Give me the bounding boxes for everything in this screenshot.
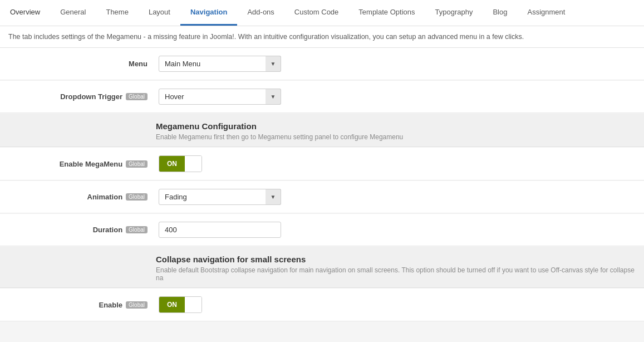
tab-assignment[interactable]: Assignment	[517, 0, 575, 26]
tab-theme[interactable]: Theme	[96, 0, 138, 26]
menu-label: Menu	[0, 60, 156, 68]
enable-collapse-label: Enable Global	[0, 301, 156, 309]
tab-typography[interactable]: Typography	[425, 0, 483, 26]
megamenu-section-description: Enable Megamenu first then go to Megamen…	[156, 133, 636, 141]
dropdown-trigger-select[interactable]: Hover Click	[159, 89, 281, 105]
collapse-section-description: Enable default Bootstrap collapse naviga…	[156, 266, 636, 282]
enable-collapse-badge: Global	[126, 301, 148, 309]
megamenu-section-header: Megamenu Configuration Enable Megamenu f…	[0, 114, 644, 147]
enable-megamenu-toggle[interactable]: ON	[159, 155, 202, 172]
duration-input[interactable]	[159, 222, 281, 238]
tab-bar: Overview General Theme Layout Navigation…	[0, 0, 644, 26]
collapse-section-header: Collapse navigation for small screens En…	[0, 247, 644, 288]
enable-collapse-row: Enable Global ON	[0, 289, 644, 321]
megamenu-section-title: Megamenu Configuration	[156, 121, 636, 131]
animation-select[interactable]: Fading Sliding None	[159, 189, 281, 205]
animation-row: Animation Global Fading Sliding None ▼	[0, 181, 644, 213]
dropdown-trigger-select-wrapper: Hover Click ▼	[159, 89, 281, 105]
toggle-on-label[interactable]: ON	[159, 156, 185, 172]
menu-select-wrapper: Main Menu User Menu Top Menu ▼	[159, 56, 281, 72]
animation-label: Animation Global	[0, 193, 156, 201]
content-area: Menu Main Menu User Menu Top Menu ▼ Drop…	[0, 48, 644, 321]
dropdown-trigger-badge: Global	[126, 93, 148, 100]
tab-addons[interactable]: Add-ons	[237, 0, 284, 26]
tab-general[interactable]: General	[50, 0, 96, 26]
toggle-off-area[interactable]	[185, 156, 201, 172]
duration-control	[156, 222, 644, 238]
collapse-toggle-on-label[interactable]: ON	[159, 297, 185, 312]
tab-blog[interactable]: Blog	[483, 0, 517, 26]
enable-megamenu-label: Enable MegaMenu Global	[0, 160, 156, 168]
collapse-section-title: Collapse navigation for small screens	[156, 255, 636, 264]
animation-badge: Global	[126, 193, 148, 201]
menu-row: Menu Main Menu User Menu Top Menu ▼	[0, 48, 644, 80]
dropdown-trigger-row: Dropdown Trigger Global Hover Click ▼	[0, 81, 644, 113]
animation-control: Fading Sliding None ▼	[156, 189, 644, 205]
tab-layout[interactable]: Layout	[139, 0, 180, 26]
enable-megamenu-control: ON	[156, 155, 644, 172]
duration-badge: Global	[126, 226, 148, 233]
enable-megamenu-badge: Global	[126, 160, 148, 168]
animation-select-wrapper: Fading Sliding None ▼	[159, 189, 281, 205]
dropdown-trigger-label: Dropdown Trigger Global	[0, 92, 156, 101]
dropdown-trigger-control: Hover Click ▼	[156, 89, 644, 105]
collapse-toggle-off-area[interactable]	[185, 297, 201, 312]
tab-overview[interactable]: Overview	[0, 0, 50, 26]
menu-control: Main Menu User Menu Top Menu ▼	[156, 56, 644, 72]
tab-templateoptions[interactable]: Template Options	[348, 0, 425, 26]
tab-customcode[interactable]: Custom Code	[284, 0, 348, 26]
tab-description: The tab includes settings of the Megamen…	[0, 26, 644, 48]
tab-navigation[interactable]: Navigation	[180, 0, 237, 26]
duration-row: Duration Global	[0, 214, 644, 246]
menu-select[interactable]: Main Menu User Menu Top Menu	[159, 56, 281, 72]
duration-label: Duration Global	[0, 226, 156, 234]
enable-collapse-control: ON	[156, 296, 644, 313]
enable-megamenu-row: Enable MegaMenu Global ON	[0, 148, 644, 180]
enable-collapse-toggle[interactable]: ON	[159, 296, 202, 313]
